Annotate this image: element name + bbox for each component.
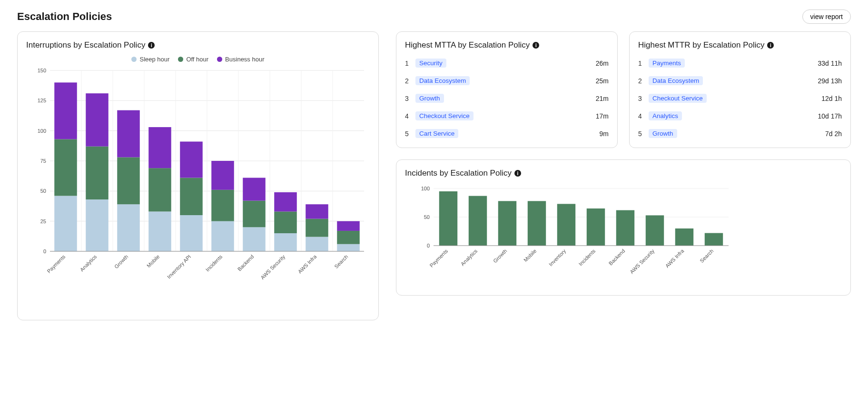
- rank-value: 10d 17h: [818, 112, 842, 120]
- svg-text:0: 0: [427, 243, 430, 248]
- svg-text:150: 150: [38, 68, 46, 73]
- bar-segment: [337, 221, 360, 231]
- bar-segment: [243, 201, 266, 228]
- legend-off: Off hour: [178, 56, 208, 63]
- rank-number: 4: [638, 112, 644, 120]
- svg-text:25: 25: [40, 218, 46, 224]
- rank-number: 2: [405, 77, 411, 85]
- policy-tag[interactable]: Data Ecosystem: [649, 76, 703, 85]
- bar-segment: [117, 204, 140, 251]
- bar: [646, 215, 664, 246]
- page-title: Escalation Policies: [17, 10, 112, 23]
- bar: [498, 201, 516, 246]
- interruptions-chart: 0255075100125150PaymentsAnalyticsGrowthM…: [26, 66, 370, 310]
- bar: [705, 233, 723, 246]
- rank-value: 7d 2h: [825, 130, 842, 138]
- rank-number: 3: [405, 95, 411, 102]
- svg-text:Inventory: Inventory: [548, 248, 567, 267]
- interruptions-legend: Sleep hour Off hour Business hour: [26, 56, 370, 63]
- bar-segment: [86, 93, 108, 146]
- policy-tag[interactable]: Cart Service: [415, 129, 458, 138]
- bar-segment: [274, 211, 297, 233]
- svg-text:Search: Search: [699, 248, 714, 264]
- rank-value: 33d 11h: [818, 59, 842, 67]
- view-report-button[interactable]: view report: [802, 10, 851, 24]
- bar-segment: [180, 141, 203, 178]
- bar-segment: [86, 147, 108, 199]
- bar-segment: [86, 199, 108, 251]
- rank-value: 29d 13h: [818, 77, 842, 85]
- info-icon[interactable]: i: [514, 170, 521, 177]
- bar-segment: [148, 211, 171, 251]
- info-icon[interactable]: i: [533, 42, 539, 49]
- rank-value: 17m: [596, 112, 609, 120]
- svg-text:Incidents: Incidents: [578, 248, 597, 267]
- bar: [557, 204, 575, 246]
- bar-segment: [54, 82, 77, 139]
- policy-tag[interactable]: Data Ecosystem: [415, 76, 470, 85]
- bar: [616, 210, 634, 246]
- swatch-business: [217, 57, 222, 62]
- rank-row: 3Growth21m: [405, 94, 609, 103]
- bar: [675, 228, 693, 246]
- rank-value: 26m: [596, 59, 609, 67]
- mtta-list: 1Security26m2Data Ecosystem25m3Growth21m…: [405, 59, 609, 138]
- rank-number: 5: [405, 130, 411, 138]
- bar-segment: [211, 161, 234, 190]
- svg-text:0: 0: [43, 248, 46, 254]
- svg-text:100: 100: [421, 186, 430, 191]
- rank-number: 1: [405, 59, 411, 67]
- incidents-title: Incidents by Escalation Policy: [405, 168, 512, 178]
- policy-tag[interactable]: Growth: [649, 129, 677, 138]
- bar-segment: [274, 192, 297, 212]
- rank-value: 21m: [596, 95, 609, 102]
- policy-tag[interactable]: Analytics: [649, 111, 682, 120]
- incidents-chart: 050100PaymentsAnalyticsGrowthMobileInven…: [405, 184, 842, 286]
- svg-text:50: 50: [424, 214, 430, 220]
- rank-row: 2Data Ecosystem29d 13h: [638, 76, 842, 85]
- policy-tag[interactable]: Checkout Service: [415, 111, 473, 120]
- svg-text:AWS Security: AWS Security: [259, 254, 286, 281]
- svg-text:Backend: Backend: [608, 248, 626, 267]
- svg-text:50: 50: [40, 188, 46, 194]
- rank-value: 25m: [596, 77, 609, 85]
- svg-text:Growth: Growth: [113, 254, 129, 270]
- info-icon[interactable]: i: [767, 42, 774, 49]
- incidents-card: Incidents by Escalation Policy i 050100P…: [396, 159, 851, 296]
- rank-value: 12d 1h: [821, 95, 842, 102]
- mtta-title: Highest MTTA by Escalation Policy: [405, 40, 530, 50]
- mtta-card: Highest MTTA by Escalation Policy i 1Sec…: [396, 31, 618, 148]
- bar-segment: [337, 244, 360, 251]
- svg-text:Mobile: Mobile: [146, 254, 160, 268]
- bar-segment: [243, 227, 266, 251]
- swatch-off: [178, 57, 183, 62]
- rank-row: 2Data Ecosystem25m: [405, 76, 609, 85]
- rank-row: 1Security26m: [405, 59, 609, 68]
- rank-number: 1: [638, 59, 644, 67]
- policy-tag[interactable]: Security: [415, 59, 446, 68]
- bar-segment: [148, 168, 171, 211]
- swatch-sleep: [131, 57, 137, 62]
- policy-tag[interactable]: Growth: [415, 94, 444, 103]
- bar-segment: [211, 221, 234, 251]
- mttr-card: Highest MTTR by Escalation Policy i 1Pay…: [629, 31, 851, 148]
- rank-row: 3Checkout Service12d 1h: [638, 94, 842, 103]
- bar-segment: [337, 231, 360, 244]
- svg-text:Analytics: Analytics: [79, 254, 98, 273]
- legend-sleep: Sleep hour: [131, 56, 169, 63]
- rank-number: 2: [638, 77, 644, 85]
- bar: [469, 196, 487, 246]
- svg-text:75: 75: [40, 158, 46, 164]
- svg-text:Growth: Growth: [492, 248, 508, 264]
- policy-tag[interactable]: Checkout Service: [649, 94, 707, 103]
- bar-segment: [306, 237, 328, 251]
- svg-text:Backend: Backend: [237, 254, 255, 272]
- bar-segment: [54, 139, 77, 196]
- svg-text:100: 100: [38, 128, 46, 134]
- svg-text:Payments: Payments: [428, 248, 449, 268]
- svg-text:AWS Infra: AWS Infra: [297, 253, 318, 274]
- policy-tag[interactable]: Payments: [649, 59, 685, 68]
- legend-business: Business hour: [217, 56, 264, 63]
- rank-number: 5: [638, 130, 644, 138]
- info-icon[interactable]: i: [148, 42, 155, 49]
